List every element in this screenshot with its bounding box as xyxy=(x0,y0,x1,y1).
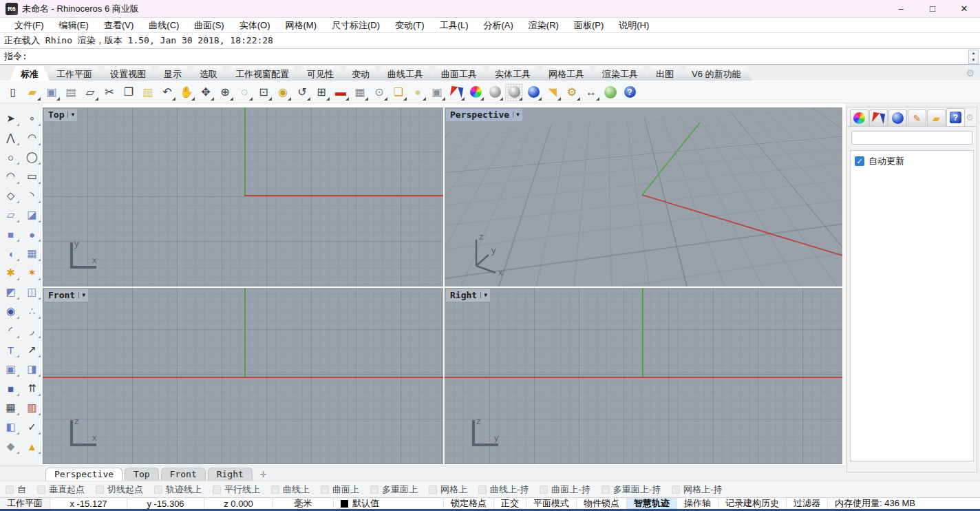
osnap-checkbox[interactable] xyxy=(154,486,162,494)
pan-icon[interactable]: ✋ xyxy=(178,83,195,101)
paste-icon[interactable]: ▥ xyxy=(139,83,157,101)
osnap-item[interactable]: 多重面上-持 xyxy=(601,483,661,496)
cut-icon[interactable]: ✂ xyxy=(100,83,118,101)
primitives-icon[interactable]: ◆ xyxy=(0,437,21,456)
rotate-view-icon[interactable]: ✥ xyxy=(197,83,215,101)
osnap-item[interactable]: 轨迹线上 xyxy=(154,483,202,496)
circle-icon[interactable]: ○ xyxy=(0,147,21,167)
minimize-button[interactable]: – xyxy=(885,0,917,17)
viewport-perspective-label[interactable]: Perspective ▼ xyxy=(446,109,522,121)
save-icon[interactable]: ▣ xyxy=(43,83,61,101)
menu-item[interactable]: 网格(M) xyxy=(277,18,324,33)
toolbar-tab[interactable]: 选取 xyxy=(189,66,228,81)
gears-icon[interactable]: ⚙ xyxy=(563,83,581,101)
trim-icon[interactable]: ◩ xyxy=(0,282,21,302)
surface-grid-icon[interactable]: ▦ xyxy=(21,244,43,263)
close-button[interactable]: ✕ xyxy=(948,0,980,17)
render-sphere-grid-icon[interactable] xyxy=(505,83,523,101)
sphere-icon[interactable]: ● xyxy=(21,225,43,244)
toolbar-tab[interactable]: 曲面工具 xyxy=(430,66,488,81)
viewport-menu-caret-icon[interactable]: ▼ xyxy=(67,112,74,118)
rectangle-icon[interactable]: ▭ xyxy=(21,167,43,186)
toolbar-tab[interactable]: 变动 xyxy=(341,66,381,81)
menu-item[interactable]: 曲线(C) xyxy=(141,18,187,33)
copy-page-icon[interactable]: ▱ xyxy=(81,83,99,101)
cplane-button[interactable]: 工作平面 xyxy=(0,498,50,509)
polygon-icon[interactable]: ◇ xyxy=(0,186,21,205)
osnap-item[interactable]: 网格上-持 xyxy=(672,483,722,496)
split-icon[interactable]: ◫ xyxy=(21,282,43,302)
control-curve-icon[interactable]: ◠ xyxy=(21,128,43,147)
zoom-window-icon[interactable]: ◌ xyxy=(235,83,253,101)
named-view-car-icon[interactable]: ▬ xyxy=(332,83,350,101)
blue-sphere-icon[interactable] xyxy=(524,83,542,101)
menu-item[interactable]: 编辑(E) xyxy=(52,18,96,33)
viewport-front[interactable]: Front ▼ z x xyxy=(43,288,443,464)
flip-icon[interactable]: ◧ xyxy=(0,417,21,437)
toolbar-tab[interactable]: 出图 xyxy=(645,66,685,81)
shaded-mode-icon[interactable] xyxy=(447,83,465,101)
toolbar-tab[interactable]: 曲线工具 xyxy=(376,66,434,81)
osnap-checkbox[interactable] xyxy=(96,486,104,494)
osnap-checkbox[interactable] xyxy=(6,486,14,494)
toolbar-tab[interactable]: 标准 xyxy=(10,66,50,81)
toolbar-tab[interactable]: 可见性 xyxy=(296,66,345,81)
osnap-item[interactable]: 多重面上 xyxy=(370,483,418,496)
boolean-union-icon[interactable]: ✱ xyxy=(0,263,21,282)
viewport-tab[interactable]: Front xyxy=(161,468,206,481)
scroll-down-icon[interactable]: ▼ xyxy=(969,57,978,64)
circle-center-icon[interactable]: ⊙ xyxy=(370,83,388,101)
status-toggle[interactable]: 锁定格点 xyxy=(444,498,494,509)
revolve-icon[interactable]: ◖ xyxy=(0,244,21,263)
toolbar-tab[interactable]: 工作平面 xyxy=(45,66,103,81)
osnap-item[interactable]: 曲面上-持 xyxy=(540,483,590,496)
panel-gear-icon[interactable]: ⚙ xyxy=(966,112,974,123)
osnap-item[interactable]: 垂直起点 xyxy=(37,483,85,496)
scroll-up-icon[interactable]: ▲ xyxy=(969,50,978,57)
osnap-checkbox[interactable] xyxy=(540,486,548,494)
ellipse-icon[interactable]: ◯ xyxy=(21,147,43,167)
layer-button[interactable]: 默认值 xyxy=(334,498,444,509)
osnap-item[interactable]: 网格上 xyxy=(429,483,467,496)
panel-tab-help[interactable]: ? xyxy=(946,108,965,126)
status-toggle[interactable]: 物件锁点 xyxy=(577,498,627,509)
viewport-menu-caret-icon[interactable]: ▼ xyxy=(513,112,520,118)
blend-curve-icon[interactable]: ◞ xyxy=(21,321,43,340)
toolbar-tab[interactable]: 网格工具 xyxy=(537,66,595,81)
spotlight-icon[interactable]: ◥ xyxy=(544,83,562,101)
toolbar-tab[interactable]: 渲染工具 xyxy=(591,66,649,81)
viewport-front-label[interactable]: Front ▼ xyxy=(44,289,88,302)
render-sphere-icon[interactable] xyxy=(486,83,504,101)
osnap-item[interactable]: 曲线上 xyxy=(271,483,310,496)
units-button[interactable]: 毫米 xyxy=(273,498,334,509)
osnap-item[interactable]: 切线起点 xyxy=(96,483,143,496)
osnap-checkbox[interactable] xyxy=(321,486,329,494)
osnap-checkbox[interactable] xyxy=(601,486,610,494)
maximize-button[interactable]: □ xyxy=(917,0,948,17)
viewport-menu-caret-icon[interactable]: ▼ xyxy=(78,292,85,298)
surface-3pt-icon[interactable]: ▱ xyxy=(0,205,21,225)
viewport-right-label[interactable]: Right ▼ xyxy=(446,289,490,302)
corner-curve-icon[interactable]: ◝ xyxy=(21,186,43,205)
menu-item[interactable]: 尺寸标注(D) xyxy=(324,18,387,33)
dimension-icon[interactable]: ↔ xyxy=(582,83,600,101)
arc-icon[interactable]: ◠ xyxy=(0,167,21,186)
command-scrollbar[interactable]: ▲ ▼ xyxy=(968,50,979,64)
toolbar-tab[interactable]: V6 的新功能 xyxy=(681,66,752,81)
osnap-item[interactable]: 曲面上 xyxy=(321,483,359,496)
array-curve-icon[interactable]: ▥ xyxy=(21,398,43,417)
solid-edit-icon[interactable]: ■ xyxy=(0,379,21,398)
command-prompt-row[interactable]: 指令: xyxy=(0,49,980,64)
surface-patch-icon[interactable]: ◪ xyxy=(21,205,43,225)
polyline-icon[interactable]: ⋀ xyxy=(0,128,21,147)
cplane-icon[interactable]: ▦ xyxy=(351,83,369,101)
zoom-dynamic-icon[interactable]: ⊕ xyxy=(216,83,234,101)
undo-view-icon[interactable]: ↺ xyxy=(293,83,311,101)
osnap-checkbox[interactable] xyxy=(271,486,279,494)
explode-icon[interactable]: ✶ xyxy=(21,263,43,282)
viewport-perspective[interactable]: Perspective ▼ z y x xyxy=(445,107,842,286)
osnap-item[interactable]: 平行线上 xyxy=(213,483,260,496)
render-color-wheel-icon[interactable] xyxy=(467,83,484,101)
status-toggle[interactable]: 操作轴 xyxy=(677,498,718,509)
panel-tab-brush[interactable]: ✎ xyxy=(908,110,926,126)
